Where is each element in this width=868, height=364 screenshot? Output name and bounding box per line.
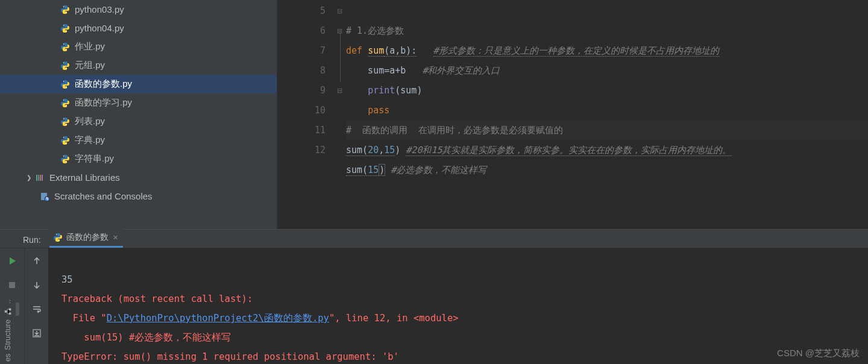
svg-rect-33 <box>9 309 11 311</box>
tree-item-hanshucanshu[interactable]: 函数的参数.py <box>0 75 277 93</box>
structure-icon <box>4 307 12 316</box>
run-toolbar-right <box>24 248 48 364</box>
run-label: Run: <box>23 235 41 248</box>
svg-rect-19 <box>38 175 39 181</box>
tree-item-zidian[interactable]: 字典.py <box>0 131 277 149</box>
file-link[interactable]: D:\PythonPro\pythonProject2\函数的参数.py <box>107 313 329 324</box>
svg-point-0 <box>63 6 64 7</box>
svg-point-1 <box>66 12 67 13</box>
tree-item-python03[interactable]: python03.py <box>0 0 277 19</box>
python-file-icon <box>60 61 70 71</box>
tree-item-external-libraries[interactable]: ❯ External Libraries <box>0 168 277 187</box>
tree-item-scratches[interactable]: Scratches and Consoles <box>0 187 277 206</box>
svg-point-8 <box>63 81 64 81</box>
tree-label: python04.py <box>75 23 124 33</box>
svg-point-12 <box>63 118 64 119</box>
svg-point-24 <box>55 234 56 234</box>
svg-rect-18 <box>36 175 37 181</box>
tree-label: 作业.py <box>75 41 105 52</box>
svg-rect-32 <box>9 313 11 315</box>
svg-point-5 <box>66 49 67 50</box>
tree-item-hanshuxuexi[interactable]: 函数的学习.py <box>0 93 277 112</box>
tree-label: 函数的学习.py <box>75 97 132 108</box>
python-file-icon <box>60 24 70 33</box>
close-icon[interactable]: × <box>113 233 118 242</box>
down-icon[interactable] <box>30 278 44 292</box>
python-file-icon <box>60 117 70 127</box>
console-line: sum(15) #必选参数，不能这样写 <box>61 332 231 343</box>
svg-point-10 <box>63 99 64 100</box>
scratches-icon <box>40 192 49 201</box>
rerun-button[interactable] <box>5 254 19 268</box>
tree-item-python04[interactable]: python04.py <box>0 19 277 37</box>
console-line: Traceback (most recent call last): <box>61 293 253 304</box>
svg-point-2 <box>63 25 64 25</box>
run-tab-label: 函数的参数 <box>66 232 108 243</box>
python-file-icon <box>60 80 70 89</box>
python-file-icon <box>60 5 70 14</box>
svg-point-15 <box>66 143 67 143</box>
svg-point-13 <box>66 124 67 125</box>
libraries-icon <box>35 173 45 183</box>
svg-rect-26 <box>9 282 15 288</box>
chevron-right-icon: ❯ <box>25 174 33 181</box>
svg-point-9 <box>66 87 67 87</box>
svg-point-7 <box>66 68 67 69</box>
up-icon[interactable] <box>30 254 44 268</box>
tree-item-zifuchuan[interactable]: 字符串.py <box>0 149 277 168</box>
python-file-icon <box>60 136 70 145</box>
run-tab[interactable]: 函数的参数 × <box>49 229 123 248</box>
soft-wrap-icon[interactable] <box>30 303 44 316</box>
svg-point-16 <box>63 155 64 156</box>
svg-point-11 <box>66 105 67 106</box>
tree-item-yuanzu[interactable]: 元组.py <box>0 56 277 75</box>
tree-label: 字符串.py <box>75 153 114 165</box>
python-file-icon <box>53 233 63 242</box>
tree-label: 列表.py <box>75 116 105 127</box>
svg-rect-20 <box>40 175 41 181</box>
tree-label: 元组.py <box>75 60 105 71</box>
tree-label: 字典.py <box>75 134 105 146</box>
tree-label: 函数的参数.py <box>75 78 132 90</box>
python-file-icon <box>60 154 70 164</box>
svg-point-6 <box>63 62 64 63</box>
svg-point-3 <box>66 31 67 31</box>
run-tool-window: Run: 函数的参数 × 35 Traceback (most recent c… <box>0 229 868 364</box>
code-editor[interactable]: 5 6 7 8 9 10 11 12 ⊟ ⊟ ⊟ # 1.必选参数def sum… <box>277 0 868 229</box>
fold-column: ⊟ ⊟ ⊟ <box>338 0 346 229</box>
tree-label: External Libraries <box>49 172 120 183</box>
scroll-to-end-icon[interactable] <box>30 327 44 340</box>
svg-point-14 <box>63 137 64 137</box>
structure-tool-stripe[interactable]: es Structure .. <box>0 297 16 364</box>
console-output[interactable]: 35 Traceback (most recent call last): Fi… <box>48 248 868 364</box>
tree-label: python03.py <box>75 4 124 14</box>
tree-item-zuoye[interactable]: 作业.py <box>0 37 277 56</box>
python-file-icon <box>60 42 70 52</box>
svg-rect-21 <box>42 175 43 181</box>
svg-point-17 <box>66 162 67 162</box>
svg-point-25 <box>58 240 59 240</box>
console-line: TypeError: sum() missing 1 required posi… <box>61 351 399 362</box>
console-line: File "D:\PythonPro\pythonProject2\函数的参数.… <box>61 313 459 324</box>
console-line: 35 <box>61 274 73 285</box>
tree-item-liebiao[interactable]: 列表.py <box>0 112 277 131</box>
tree-label: Scratches and Consoles <box>54 191 153 201</box>
line-gutter: 5 6 7 8 9 10 11 12 <box>277 0 338 229</box>
project-tree: python03.py python04.py 作业.py 元组.py 函数的参… <box>0 0 277 229</box>
stop-button[interactable] <box>5 278 19 292</box>
python-file-icon <box>60 98 70 108</box>
svg-point-4 <box>63 43 64 44</box>
code-area[interactable]: # 1.必选参数def sum(a,b): #形式参数：只是意义上的一种参数，在… <box>346 0 868 229</box>
run-header: Run: 函数的参数 × <box>0 230 868 248</box>
